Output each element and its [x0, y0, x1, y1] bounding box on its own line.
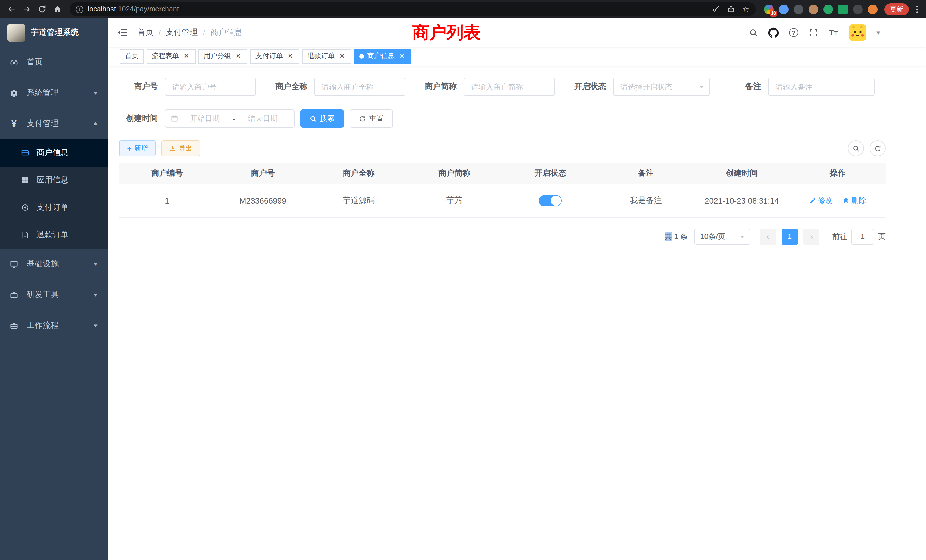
extension-icon-2[interactable] [779, 4, 788, 14]
add-button[interactable]: + 新增 [119, 140, 156, 156]
browser-window: i localhost:1024/pay/merchant ☆ 10 更新 芋道… [0, 0, 926, 560]
tab-user-group[interactable]: 用户分组✕ [198, 49, 247, 64]
chevron-down-icon: ▼ [92, 292, 98, 297]
date-range-picker[interactable]: 开始日期 - 结束日期 [165, 109, 295, 128]
create-time-label: 创建时间 [119, 114, 158, 124]
reload-icon[interactable] [34, 2, 50, 17]
edit-link[interactable]: 修改 [809, 195, 832, 206]
refresh-table-button[interactable] [870, 140, 885, 156]
pin-extension-icon[interactable] [853, 4, 863, 14]
monitor-icon [10, 260, 18, 268]
site-info-icon[interactable]: i [76, 5, 83, 13]
total-rest-text: 1 条 [672, 232, 688, 241]
help-icon[interactable]: ? [788, 27, 799, 38]
payment-submenu: 商户信息 应用信息 支付订单 退款订单 [0, 139, 108, 249]
sidebar-item-payment[interactable]: ¥ 支付管理 ▼ [0, 108, 108, 139]
search-button[interactable]: 搜索 [301, 109, 344, 128]
forward-icon[interactable] [19, 2, 34, 17]
prev-page-button[interactable]: ‹ [760, 229, 776, 244]
tab-merchant-info[interactable]: 商户信息✕ [354, 49, 411, 64]
pagination-total: 共 1 条 [664, 231, 688, 242]
merchant-shortname-input[interactable] [464, 77, 555, 96]
close-icon[interactable]: ✕ [235, 52, 242, 60]
sidebar-item-label: 支付管理 [27, 119, 92, 129]
user-avatar[interactable] [849, 24, 866, 41]
search-icon[interactable] [748, 27, 759, 38]
delete-link[interactable]: 删除 [843, 195, 866, 206]
sidebar-item-label: 研发工具 [27, 290, 92, 300]
sidebar-item-payment-order[interactable]: 支付订单 [0, 194, 108, 221]
tab-refund-order[interactable]: 退款订单✕ [302, 49, 351, 64]
back-icon[interactable] [3, 2, 19, 17]
breadcrumb: 首页 / 支付管理 / 商户信息 [138, 27, 242, 38]
export-button[interactable]: 导出 [161, 140, 200, 156]
sidebar-item-app-info[interactable]: 应用信息 [0, 166, 108, 194]
remark-input[interactable] [768, 77, 875, 96]
cell-actions: 修改 删除 [790, 184, 885, 217]
profile-avatar-icon[interactable] [868, 4, 878, 14]
home-icon[interactable] [50, 2, 65, 17]
close-icon[interactable]: ✕ [183, 52, 191, 60]
password-key-icon[interactable] [713, 5, 720, 13]
tab-label: 首页 [125, 51, 139, 61]
search-icon [852, 145, 859, 152]
tab-label: 退款订单 [307, 51, 335, 61]
fullscreen-icon[interactable] [808, 27, 819, 38]
bookmark-star-icon[interactable]: ☆ [742, 5, 749, 13]
jump-page-input[interactable] [851, 229, 874, 244]
sidebar-fold-icon[interactable] [117, 27, 128, 38]
close-icon[interactable]: ✕ [338, 52, 346, 60]
toggle-search-button[interactable] [848, 140, 864, 156]
status-toggle[interactable] [539, 195, 561, 206]
jump-unit: 页 [878, 231, 885, 242]
tab-home[interactable]: 首页 [120, 49, 144, 64]
chrome-update-button[interactable]: 更新 [884, 3, 909, 15]
address-bar[interactable]: i localhost:1024/pay/merchant ☆ [70, 2, 755, 16]
url-path: :1024/pay/merchant [116, 5, 179, 13]
reset-button[interactable]: 重置 [350, 109, 393, 128]
breadcrumb-payment[interactable]: 支付管理 [166, 27, 198, 38]
sidebar-item-merchant-info[interactable]: 商户信息 [0, 139, 108, 166]
status-select[interactable] [613, 77, 710, 96]
extension-icon-1[interactable]: 10 [764, 4, 774, 14]
sidebar-item-refund-order[interactable]: 退款订单 [0, 221, 108, 249]
close-icon[interactable]: ✕ [286, 52, 294, 60]
app-logo-row[interactable]: 芋道管理系统 [0, 18, 108, 47]
next-page-button[interactable]: › [803, 229, 819, 244]
sidebar-item-system[interactable]: 系统管理 ▼ [0, 77, 108, 108]
extension-icon-5[interactable] [823, 4, 833, 14]
sidebar-item-infrastructure[interactable]: 基础设施 ▼ [0, 249, 108, 279]
table-right-tools [848, 140, 885, 156]
breadcrumb-home[interactable]: 首页 [138, 27, 153, 38]
share-icon[interactable] [727, 5, 735, 13]
page-number-1[interactable]: 1 [782, 229, 798, 244]
url-host: localhost [88, 5, 116, 13]
github-icon[interactable] [768, 27, 779, 38]
sidebar-item-dev-tools[interactable]: 研发工具 ▼ [0, 279, 108, 310]
extension-badge: 10 [770, 11, 777, 16]
sidebar-item-workflow[interactable]: 工作流程 ▼ [0, 310, 108, 341]
delete-link-label: 删除 [851, 195, 866, 206]
breadcrumb-separator: / [159, 28, 161, 37]
close-icon[interactable]: ✕ [398, 52, 406, 60]
page-size-select[interactable]: 10条/页 ▼ [694, 229, 750, 244]
tab-label: 用户分组 [204, 51, 231, 61]
chevron-down-icon: ▼ [92, 323, 98, 328]
merchant-fullname-input[interactable] [314, 77, 406, 96]
tab-payment-order[interactable]: 支付订单✕ [250, 49, 300, 64]
browser-menu-icon[interactable] [914, 3, 920, 15]
extensions-area: 10 [764, 4, 878, 14]
page-size-value: 10条/页 [700, 231, 725, 242]
avatar-caret-down-icon[interactable]: ▼ [875, 29, 881, 36]
column-header-merchant-no: 商户号 [215, 163, 311, 184]
extension-icon-6[interactable] [838, 4, 848, 14]
sidebar-item-home[interactable]: 首页 [0, 47, 108, 77]
font-size-icon[interactable]: TT [828, 27, 839, 38]
merchant-no-input[interactable] [165, 77, 256, 96]
extension-icon-3[interactable] [794, 4, 803, 14]
column-header-remark: 备注 [598, 163, 694, 184]
refresh-icon [874, 145, 881, 152]
column-header-actions: 操作 [790, 163, 885, 184]
extension-icon-4[interactable] [808, 4, 818, 14]
tab-process-form[interactable]: 流程表单✕ [147, 49, 195, 64]
